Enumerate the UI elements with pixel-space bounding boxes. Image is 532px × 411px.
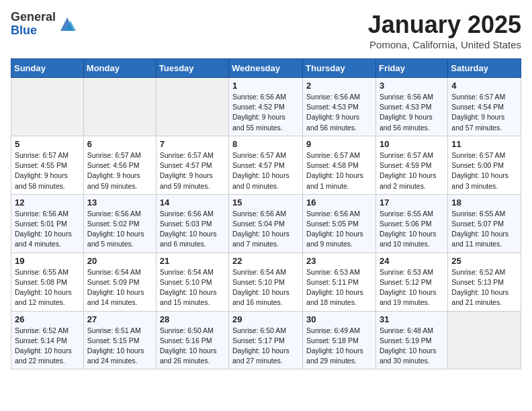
weekday-header-row: SundayMondayTuesdayWednesdayThursdayFrid… (11, 59, 521, 78)
day-cell: 20Sunrise: 6:54 AM Sunset: 5:09 PM Dayli… (83, 253, 156, 311)
day-info: Sunrise: 6:57 AM Sunset: 5:00 PM Dayligh… (451, 150, 517, 191)
day-cell: 31Sunrise: 6:48 AM Sunset: 5:19 PM Dayli… (375, 311, 447, 369)
title-area: January 2025 Pomona, California, United … (368, 11, 521, 50)
day-number: 22 (232, 256, 299, 266)
day-number: 8 (232, 139, 299, 149)
day-cell: 15Sunrise: 6:56 AM Sunset: 5:04 PM Dayli… (229, 194, 303, 253)
day-info: Sunrise: 6:57 AM Sunset: 4:54 PM Dayligh… (451, 92, 517, 133)
weekday-header-tuesday: Tuesday (156, 59, 228, 78)
day-number: 11 (451, 139, 517, 149)
day-info: Sunrise: 6:53 AM Sunset: 5:12 PM Dayligh… (380, 267, 444, 308)
day-cell: 2Sunrise: 6:56 AM Sunset: 4:53 PM Daylig… (303, 78, 376, 136)
day-cell: 13Sunrise: 6:56 AM Sunset: 5:02 PM Dayli… (83, 194, 156, 253)
logo-icon (57, 14, 77, 34)
logo: General Blue (11, 11, 77, 38)
day-info: Sunrise: 6:56 AM Sunset: 4:53 PM Dayligh… (306, 92, 372, 133)
location: Pomona, California, United States (368, 39, 521, 50)
day-number: 21 (160, 256, 225, 266)
day-info: Sunrise: 6:56 AM Sunset: 4:52 PM Dayligh… (232, 92, 299, 133)
day-info: Sunrise: 6:57 AM Sunset: 4:57 PM Dayligh… (232, 150, 299, 191)
day-cell: 19Sunrise: 6:55 AM Sunset: 5:08 PM Dayli… (11, 253, 84, 311)
calendar-body: 1Sunrise: 6:56 AM Sunset: 4:52 PM Daylig… (11, 78, 521, 369)
day-number: 12 (15, 197, 80, 208)
day-info: Sunrise: 6:54 AM Sunset: 5:10 PM Dayligh… (160, 267, 225, 308)
day-cell: 5Sunrise: 6:57 AM Sunset: 4:55 PM Daylig… (11, 136, 84, 194)
week-row-2: 5Sunrise: 6:57 AM Sunset: 4:55 PM Daylig… (11, 136, 521, 194)
day-cell: 18Sunrise: 6:55 AM Sunset: 5:07 PM Dayli… (448, 194, 521, 253)
day-cell: 7Sunrise: 6:57 AM Sunset: 4:57 PM Daylig… (156, 136, 228, 194)
day-number: 29 (232, 314, 299, 324)
day-info: Sunrise: 6:55 AM Sunset: 5:06 PM Dayligh… (380, 209, 444, 250)
day-info: Sunrise: 6:52 AM Sunset: 5:14 PM Dayligh… (15, 326, 80, 367)
day-number: 31 (380, 314, 444, 324)
day-number: 4 (451, 81, 517, 91)
day-number: 15 (232, 197, 299, 208)
day-number: 6 (87, 139, 152, 149)
day-cell: 29Sunrise: 6:50 AM Sunset: 5:17 PM Dayli… (229, 311, 303, 369)
day-info: Sunrise: 6:57 AM Sunset: 4:57 PM Dayligh… (160, 150, 225, 191)
day-info: Sunrise: 6:56 AM Sunset: 5:04 PM Dayligh… (232, 209, 299, 250)
day-info: Sunrise: 6:56 AM Sunset: 5:05 PM Dayligh… (306, 209, 372, 250)
day-number: 5 (15, 139, 80, 149)
day-number: 14 (160, 197, 225, 208)
day-info: Sunrise: 6:57 AM Sunset: 4:56 PM Dayligh… (87, 150, 152, 191)
day-cell (11, 78, 84, 136)
day-cell: 3Sunrise: 6:56 AM Sunset: 4:53 PM Daylig… (375, 78, 447, 136)
day-number: 24 (380, 256, 444, 266)
day-cell: 28Sunrise: 6:50 AM Sunset: 5:16 PM Dayli… (156, 311, 228, 369)
day-info: Sunrise: 6:52 AM Sunset: 5:13 PM Dayligh… (451, 267, 517, 308)
day-number: 1 (232, 81, 299, 91)
calendar-header: SundayMondayTuesdayWednesdayThursdayFrid… (11, 59, 521, 78)
day-info: Sunrise: 6:56 AM Sunset: 4:53 PM Dayligh… (380, 92, 444, 133)
day-cell: 10Sunrise: 6:57 AM Sunset: 4:59 PM Dayli… (375, 136, 447, 194)
day-cell: 11Sunrise: 6:57 AM Sunset: 5:00 PM Dayli… (448, 136, 521, 194)
day-number: 20 (87, 256, 152, 266)
day-info: Sunrise: 6:50 AM Sunset: 5:17 PM Dayligh… (232, 326, 299, 367)
weekday-header-wednesday: Wednesday (229, 59, 303, 78)
day-info: Sunrise: 6:57 AM Sunset: 4:58 PM Dayligh… (306, 150, 372, 191)
day-number: 10 (380, 139, 444, 149)
day-cell: 30Sunrise: 6:49 AM Sunset: 5:18 PM Dayli… (303, 311, 376, 369)
page-header: General Blue January 2025 Pomona, Califo… (11, 11, 521, 50)
week-row-4: 19Sunrise: 6:55 AM Sunset: 5:08 PM Dayli… (11, 253, 521, 311)
day-cell: 24Sunrise: 6:53 AM Sunset: 5:12 PM Dayli… (375, 253, 447, 311)
day-cell: 12Sunrise: 6:56 AM Sunset: 5:01 PM Dayli… (11, 194, 84, 253)
day-cell: 9Sunrise: 6:57 AM Sunset: 4:58 PM Daylig… (303, 136, 376, 194)
day-cell: 23Sunrise: 6:53 AM Sunset: 5:11 PM Dayli… (303, 253, 376, 311)
day-cell: 8Sunrise: 6:57 AM Sunset: 4:57 PM Daylig… (229, 136, 303, 194)
day-cell: 17Sunrise: 6:55 AM Sunset: 5:06 PM Dayli… (375, 194, 447, 253)
weekday-header-saturday: Saturday (448, 59, 521, 78)
day-cell: 4Sunrise: 6:57 AM Sunset: 4:54 PM Daylig… (448, 78, 521, 136)
day-cell: 21Sunrise: 6:54 AM Sunset: 5:10 PM Dayli… (156, 253, 228, 311)
day-cell: 22Sunrise: 6:54 AM Sunset: 5:10 PM Dayli… (229, 253, 303, 311)
day-cell: 27Sunrise: 6:51 AM Sunset: 5:15 PM Dayli… (83, 311, 156, 369)
day-cell: 6Sunrise: 6:57 AM Sunset: 4:56 PM Daylig… (83, 136, 156, 194)
day-info: Sunrise: 6:53 AM Sunset: 5:11 PM Dayligh… (306, 267, 372, 308)
day-number: 17 (380, 197, 444, 208)
day-cell (448, 311, 521, 369)
day-info: Sunrise: 6:51 AM Sunset: 5:15 PM Dayligh… (87, 326, 152, 367)
day-number: 26 (15, 314, 80, 324)
day-number: 18 (451, 197, 517, 208)
day-info: Sunrise: 6:54 AM Sunset: 5:09 PM Dayligh… (87, 267, 152, 308)
weekday-header-sunday: Sunday (11, 59, 84, 78)
day-number: 2 (306, 81, 372, 91)
day-info: Sunrise: 6:56 AM Sunset: 5:03 PM Dayligh… (160, 209, 225, 250)
day-cell: 1Sunrise: 6:56 AM Sunset: 4:52 PM Daylig… (229, 78, 303, 136)
day-number: 30 (306, 314, 372, 324)
month-title: January 2025 (368, 11, 521, 39)
day-number: 13 (87, 197, 152, 208)
day-info: Sunrise: 6:55 AM Sunset: 5:08 PM Dayligh… (15, 267, 80, 308)
day-cell (83, 78, 156, 136)
day-info: Sunrise: 6:50 AM Sunset: 5:16 PM Dayligh… (160, 326, 225, 367)
day-number: 23 (306, 256, 372, 266)
day-number: 25 (451, 256, 517, 266)
day-info: Sunrise: 6:48 AM Sunset: 5:19 PM Dayligh… (380, 326, 444, 367)
day-info: Sunrise: 6:56 AM Sunset: 5:02 PM Dayligh… (87, 209, 152, 250)
day-number: 27 (87, 314, 152, 324)
day-number: 19 (15, 256, 80, 266)
week-row-1: 1Sunrise: 6:56 AM Sunset: 4:52 PM Daylig… (11, 78, 521, 136)
day-cell (156, 78, 228, 136)
day-number: 3 (380, 81, 444, 91)
logo-blue-text: Blue (11, 24, 56, 38)
